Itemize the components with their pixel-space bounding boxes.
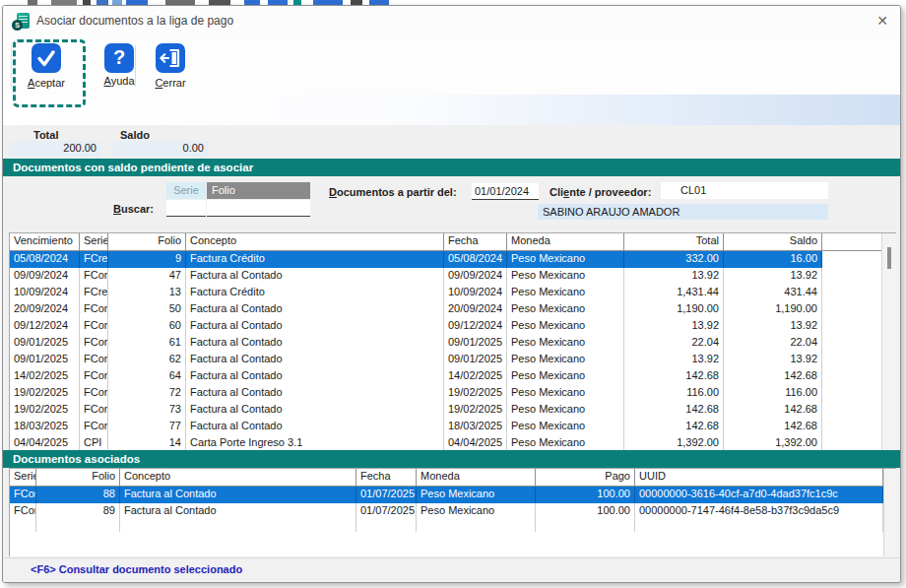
tab-folio[interactable]: Folio [207,182,310,199]
cell [822,301,881,318]
table-row[interactable]: 20/09/2024FCon50Factura al Contado20/09/… [10,301,881,318]
dialog-asociar-documentos: S Asociar documentos a la liga de pago ✕… [2,5,901,583]
table-row[interactable]: FCon88Factura al Contado01/07/2025Peso M… [10,487,883,503]
aceptar-button[interactable]: Aceptar [17,41,76,93]
associated-grid: SerieFolioConceptoFechaMonedaPagoUUIDFCo… [10,469,883,556]
column-header[interactable]: Folio [108,233,186,250]
cell: Factura Crédito [186,251,444,268]
date-from-input[interactable]: 01/01/2024 [472,183,539,200]
cell: 05/08/2024 [444,251,507,268]
column-header[interactable]: Serie [80,233,108,250]
cell: Peso Mexicano [507,402,624,419]
saldo-value: 0.00 [113,141,208,157]
column-header-filler [822,233,881,250]
cell: FCon [80,368,108,385]
grid-line [536,520,635,532]
cell: FCon [80,335,108,352]
cell: Factura al Contado [120,487,356,503]
cell [822,335,881,352]
cell: 142.68 [724,368,822,385]
empty-grid-row [10,520,883,532]
toolbar: Aceptar ? Ayuda Cerrar [3,36,900,95]
cell: FCon [80,318,108,335]
buscar-folio-input[interactable] [207,200,310,217]
cell [822,352,881,368]
tab-serie[interactable]: Serie [166,182,206,199]
vertical-scrollbar[interactable] [883,469,896,556]
cell: 431.44 [724,285,822,301]
table-row[interactable]: 09/09/2024FCon47Factura al Contado09/09/… [10,268,881,285]
column-header[interactable]: Fecha [356,469,417,486]
table-row[interactable]: 10/09/2024FCred13Factura Crédito10/09/20… [10,285,881,301]
cell: 62 [108,352,186,368]
cell: 19/02/2025 [444,385,507,402]
grid-line [120,520,356,532]
cell: Factura al Contado [186,318,444,335]
column-header[interactable]: Saldo [724,233,822,250]
client-code-input[interactable]: CL01 [661,182,828,199]
f6-hint: <F6> Consultar documento seleccionado [31,563,242,575]
cell: 14 [108,435,186,451]
cell: FCon [80,352,108,368]
title-bar[interactable]: S Asociar documentos a la liga de pago ✕ [3,6,900,37]
cell: 116.00 [724,385,822,402]
cell: 1,392.00 [724,435,822,451]
cell: 1,431.44 [624,285,724,301]
header-band [3,95,900,125]
toolbar-grip [11,41,12,89]
column-header[interactable]: Folio [36,469,120,486]
column-header[interactable]: Moneda [507,233,624,250]
buscar-label: Buscar: [113,203,154,215]
table-row[interactable]: 18/03/2025FCon77Factura al Contado18/03/… [10,419,881,435]
cell: 1,190.00 [724,301,822,318]
table-row[interactable]: 19/02/2025FCon73Factura al Contado19/02/… [10,402,881,419]
table-row[interactable]: 05/08/2024FCred9Factura Crédito05/08/202… [10,251,881,268]
cell [822,318,881,335]
cell: 01/07/2025 [356,487,417,503]
cell: Peso Mexicano [507,368,624,385]
cell: 09/01/2025 [444,352,507,368]
cell: 1,392.00 [624,435,724,451]
ayuda-button[interactable]: ? Ayuda [90,41,149,93]
cell: 22.04 [624,335,724,352]
scrollbar-thumb[interactable] [887,247,891,269]
cerrar-button[interactable]: Cerrar [141,41,200,93]
column-header[interactable]: Pago [536,469,635,486]
cell: 19/02/2025 [444,402,507,419]
column-header[interactable]: Serie [10,469,36,486]
cell: 13.92 [724,318,822,335]
cell: 00000000-7147-46f4-8e58-b37f3c9da5c9 [635,503,883,520]
cell: 13 [108,285,186,301]
cell: 09/09/2024 [444,268,507,285]
cell: 60 [108,318,186,335]
table-row[interactable]: 14/02/2025FCon64Factura al Contado14/02/… [10,368,881,385]
column-header[interactable]: Moneda [417,469,536,486]
column-header[interactable]: Total [624,233,724,250]
cell: 100.00 [536,503,635,520]
table-row[interactable]: 19/02/2025FCon72Factura al Contado19/02/… [10,385,881,402]
column-header[interactable]: Vencimiento [10,233,80,250]
column-header[interactable]: Concepto [120,469,356,486]
table-row[interactable]: 09/12/2024FCon60Factura al Contado09/12/… [10,318,881,335]
cell: Factura al Contado [186,352,444,368]
vertical-scrollbar[interactable] [881,233,896,451]
toolbar-separator [135,45,136,87]
column-header[interactable]: UUID [635,469,883,486]
column-header[interactable]: Concepto [186,233,444,250]
exit-door-icon [156,43,185,73]
buscar-serie-input[interactable] [166,200,206,217]
cell: 47 [108,268,186,285]
cell: 18/03/2025 [10,419,80,435]
cell: 1,190.00 [624,301,724,318]
column-header[interactable]: Fecha [444,233,507,250]
cell: CPI [80,435,108,451]
dialog-title: Asociar documentos a la liga de pago [36,14,233,28]
cell: Peso Mexicano [507,301,624,318]
table-row[interactable]: 09/01/2025FCon62Factura al Contado09/01/… [10,352,881,368]
cell: 09/01/2025 [10,335,80,352]
close-icon[interactable]: ✕ [876,13,888,29]
table-row[interactable]: 09/01/2025FCon61Factura al Contado09/01/… [10,335,881,352]
table-row[interactable]: FCon89Factura al Contado01/07/2025Peso M… [10,503,883,520]
table-row[interactable]: 04/04/2025CPI14Carta Porte Ingreso 3.104… [10,435,881,451]
cell: Factura al Contado [186,368,444,385]
